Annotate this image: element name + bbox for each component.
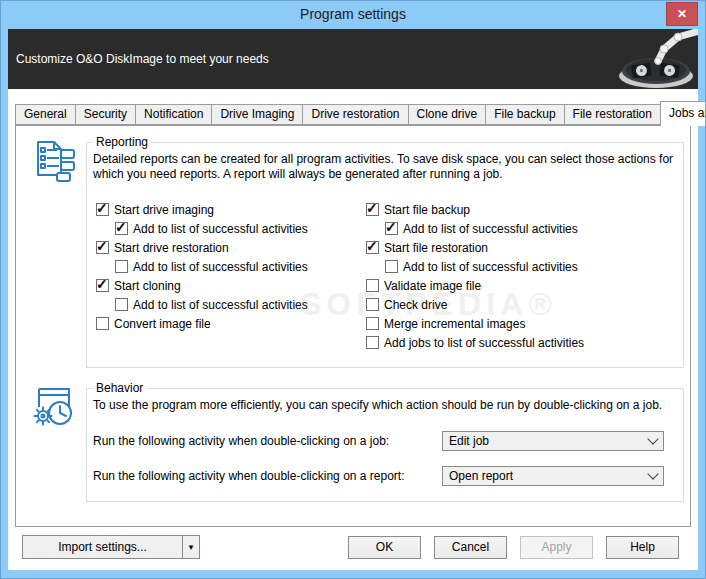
tab-clone-drive[interactable]: Clone drive <box>409 104 487 125</box>
jobs-and-reports-panel: SOFTPEDIA® Reporting D <box>15 125 691 527</box>
checkbox-unchecked-icon[interactable] <box>385 260 398 273</box>
tab-strip: GeneralSecurityNotificationDrive Imaging… <box>15 103 706 125</box>
close-icon: ✕ <box>677 7 687 21</box>
import-settings-button[interactable]: Import settings... ▾ <box>22 535 200 559</box>
chevron-down-icon <box>647 468 658 479</box>
tab-general[interactable]: General <box>15 104 76 125</box>
checkbox-checked-icon[interactable] <box>366 241 379 254</box>
tab-drive-restoration[interactable]: Drive restoration <box>303 104 408 125</box>
behavior-row-label: Run the following activity when double-c… <box>93 434 442 448</box>
reporting-group: Reporting Detailed reports can be create… <box>86 135 684 368</box>
dropdown-selected-value: Open report <box>449 469 649 483</box>
checkbox-checked-icon[interactable] <box>115 222 128 235</box>
tab-notification[interactable]: Notification <box>136 104 212 125</box>
dialog-footer: Import settings... ▾ OKCancelApplyHelp <box>15 535 691 559</box>
checkbox-row-add-to-list-of-successful-activities[interactable]: Add to list of successful activities <box>115 257 366 276</box>
checkbox-label: Add jobs to list of successful activitie… <box>384 336 584 350</box>
checkbox-row-start-drive-restoration[interactable]: Start drive restoration <box>96 238 366 257</box>
dropdown-edit-job[interactable]: Edit job <box>442 431 664 451</box>
tab-security[interactable]: Security <box>76 104 136 125</box>
checkbox-unchecked-icon[interactable] <box>366 317 379 330</box>
dropdown-arrow-icon[interactable]: ▾ <box>182 536 199 558</box>
checkbox-row-start-file-backup[interactable]: Start file backup <box>366 200 683 219</box>
checkbox-checked-icon[interactable] <box>96 279 109 292</box>
checkbox-label: Start drive imaging <box>114 203 214 217</box>
checkbox-label: Start cloning <box>114 279 181 293</box>
import-settings-label: Import settings... <box>23 540 182 554</box>
check-column-right: Start file backupAdd to list of successf… <box>366 200 683 352</box>
tab-file-backup[interactable]: File backup <box>486 104 564 125</box>
checkbox-row-add-to-list-of-successful-activities[interactable]: Add to list of successful activities <box>385 257 683 276</box>
behavior-description: To use the program more efficiently, you… <box>93 398 675 413</box>
checkbox-checked-icon[interactable] <box>96 241 109 254</box>
diskimage-robot-icon <box>612 29 698 89</box>
program-settings-window: Program settings ✕ Customize O&O DiskIma… <box>0 0 706 579</box>
apply-button: Apply <box>520 536 593 559</box>
checkbox-row-add-to-list-of-successful-activities[interactable]: Add to list of successful activities <box>385 219 683 238</box>
checkbox-checked-icon[interactable] <box>366 203 379 216</box>
checkbox-unchecked-icon[interactable] <box>366 336 379 349</box>
checkbox-row-check-drive[interactable]: Check drive <box>366 295 683 314</box>
tab-jobs-and-reports[interactable]: Jobs and reports <box>660 101 706 126</box>
checkbox-label: Convert image file <box>114 317 211 331</box>
checkbox-row-convert-image-file[interactable]: Convert image file <box>96 314 366 333</box>
behavior-row: Run the following activity when double-c… <box>93 431 677 451</box>
behavior-rows: Run the following activity when double-c… <box>93 431 677 486</box>
checkbox-label: Check drive <box>384 298 447 312</box>
behavior-row: Run the following activity when double-c… <box>93 466 677 486</box>
footer-buttons: OKCancelApplyHelp <box>348 536 679 559</box>
dialog-content: GeneralSecurityNotificationDrive Imaging… <box>8 89 698 570</box>
behavior-row-label: Run the following activity when double-c… <box>93 469 442 483</box>
checkbox-label: Start drive restoration <box>114 241 229 255</box>
checkbox-label: Add to list of successful activities <box>133 260 308 274</box>
checkbox-checked-icon[interactable] <box>385 222 398 235</box>
close-button[interactable]: ✕ <box>666 2 698 26</box>
behavior-group: Behavior To use the program more efficie… <box>86 381 684 502</box>
checkbox-row-start-cloning[interactable]: Start cloning <box>96 276 366 295</box>
checkbox-label: Validate image file <box>384 279 481 293</box>
checkbox-row-merge-incremental-images[interactable]: Merge incremental images <box>366 314 683 333</box>
reporting-check-columns: Start drive imagingAdd to list of succes… <box>87 200 683 352</box>
checkbox-label: Add to list of successful activities <box>133 222 308 236</box>
checkbox-unchecked-icon[interactable] <box>115 298 128 311</box>
checkbox-unchecked-icon[interactable] <box>366 279 379 292</box>
checkbox-row-start-drive-imaging[interactable]: Start drive imaging <box>96 200 366 219</box>
reporting-legend: Reporting <box>93 135 151 149</box>
checkbox-row-add-to-list-of-successful-activities[interactable]: Add to list of successful activities <box>115 295 366 314</box>
branding-header: Customize O&O DiskImage to meet your nee… <box>8 29 698 89</box>
help-button[interactable]: Help <box>606 536 679 559</box>
tab-drive-imaging[interactable]: Drive Imaging <box>212 104 303 125</box>
behavior-icon <box>31 384 79 432</box>
behavior-legend: Behavior <box>93 381 146 395</box>
window-title: Program settings <box>300 6 406 22</box>
checkbox-label: Merge incremental images <box>384 317 525 331</box>
tab-file-restoration[interactable]: File restoration <box>565 104 661 125</box>
checkbox-row-start-file-restoration[interactable]: Start file restoration <box>366 238 683 257</box>
chevron-down-icon <box>647 433 658 444</box>
checkbox-label: Add to list of successful activities <box>403 260 578 274</box>
title-bar[interactable]: Program settings ✕ <box>1 1 705 29</box>
checkbox-label: Start file backup <box>384 203 470 217</box>
checkbox-unchecked-icon[interactable] <box>96 317 109 330</box>
checkbox-label: Add to list of successful activities <box>133 298 308 312</box>
reporting-description: Detailed reports can be created for all … <box>93 152 675 182</box>
header-subtitle: Customize O&O DiskImage to meet your nee… <box>16 52 269 66</box>
cancel-button[interactable]: Cancel <box>434 536 507 559</box>
dropdown-open-report[interactable]: Open report <box>442 466 664 486</box>
reporting-icon <box>31 138 79 186</box>
checkbox-label: Add to list of successful activities <box>403 222 578 236</box>
ok-button[interactable]: OK <box>348 536 421 559</box>
dropdown-selected-value: Edit job <box>449 434 649 448</box>
checkbox-unchecked-icon[interactable] <box>115 260 128 273</box>
checkbox-checked-icon[interactable] <box>96 203 109 216</box>
checkbox-row-add-to-list-of-successful-activities[interactable]: Add to list of successful activities <box>115 219 366 238</box>
checkbox-row-validate-image-file[interactable]: Validate image file <box>366 276 683 295</box>
checkbox-row-add-jobs-to-list-of-successful-activities[interactable]: Add jobs to list of successful activitie… <box>366 333 683 352</box>
check-column-left: Start drive imagingAdd to list of succes… <box>96 200 366 352</box>
checkbox-label: Start file restoration <box>384 241 488 255</box>
checkbox-unchecked-icon[interactable] <box>366 298 379 311</box>
